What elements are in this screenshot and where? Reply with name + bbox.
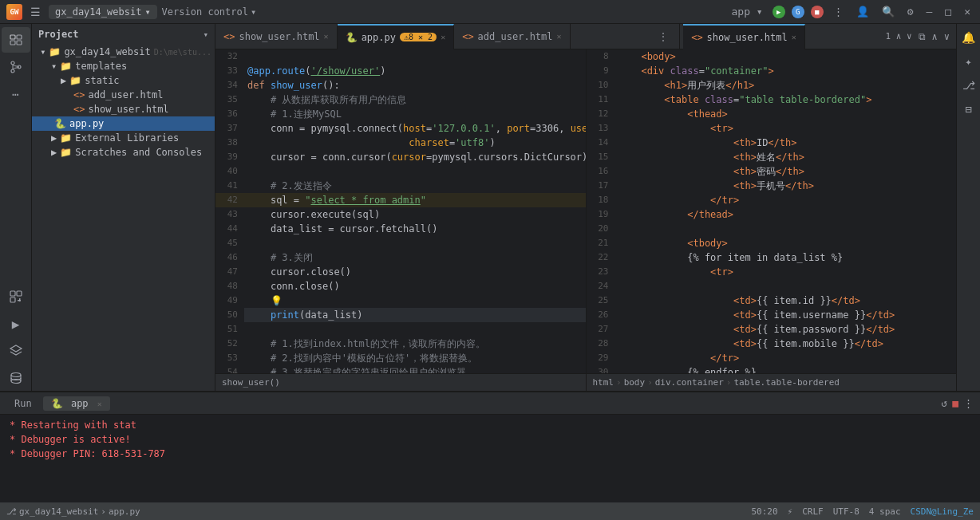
tree-item-templates[interactable]: ▾ 📁 templates — [32, 59, 215, 73]
sidebar-item-db[interactable] — [2, 365, 30, 391]
svg-rect-8 — [17, 291, 22, 296]
py-file-icon: 🐍 — [54, 118, 66, 129]
project-name: gx_day14_websit — [55, 6, 141, 18]
code-line-r15: 15 <th>姓名</th> — [587, 150, 957, 164]
sidebar-item-run[interactable]: ▶ — [2, 311, 30, 337]
sidebar-icons: ⋯ ▶ — [0, 24, 32, 391]
svg-rect-7 — [10, 291, 15, 296]
bottom-tab-close-app[interactable]: ✕ — [97, 400, 102, 408]
split-icon[interactable]: ⧉ — [919, 31, 926, 42]
code-line-r11: 11 <table class="table table-bordered"> — [587, 93, 957, 107]
chevron-up-icon[interactable]: ∧ — [932, 31, 938, 42]
project-selector[interactable]: gx_day14_websit ▾ — [49, 5, 157, 19]
tab-app-py[interactable]: 🐍 app.py ⚠8 ✕ 2 ✕ — [338, 24, 455, 49]
file-tree-panel: Project ▾ ▾ 📁 gx_day14_websit D:\me\stu.… — [32, 24, 215, 391]
status-encoding[interactable]: UTF-8 — [833, 506, 859, 517]
code-line-r28: 28 <td>{{ item.mobile }}</td> — [587, 337, 957, 351]
close-button[interactable]: ✕ — [961, 4, 974, 19]
code-line-44: 44 data_list = cursor.fetchall() — [215, 222, 586, 236]
chevron-down-icon: ▾ — [51, 61, 57, 72]
chevron-down-icon[interactable]: ∨ — [944, 31, 950, 42]
db-rs-icon[interactable]: ⊟ — [958, 99, 979, 120]
ai-icon[interactable]: ✦ — [958, 51, 979, 72]
tab-close-add-user[interactable]: ✕ — [557, 32, 562, 41]
tree-label-scratches: Scratches and Consoles — [75, 147, 202, 158]
tabs-bar-left: <> show_user.html ✕ 🐍 app.py ⚠8 ✕ 2 ✕ <>… — [215, 24, 956, 49]
tab-close-app-py[interactable]: ✕ — [441, 33, 445, 41]
code-line-r13: 13 <tr> — [587, 121, 957, 136]
notifications-icon[interactable]: 🔔 — [958, 27, 979, 48]
bottom-tab-run[interactable]: Run — [6, 396, 40, 411]
file-tree-content: ▾ 📁 gx_day14_websit D:\me\stu... ▾ 📁 tem… — [32, 45, 215, 391]
tab-show-user-html[interactable]: <> show_user.html ✕ — [215, 24, 338, 49]
tab-add-user-html[interactable]: <> add_user.html ✕ — [454, 24, 570, 49]
more-actions[interactable]: ⋮ — [830, 4, 847, 19]
minimize-button[interactable]: – — [923, 4, 936, 19]
tree-item-show-user[interactable]: <> show_user.html — [32, 102, 215, 116]
run-button[interactable]: ▶ — [773, 6, 785, 18]
code-line-39: 39 cursor = conn.cursor(cursor=pymysql.c… — [215, 150, 586, 164]
tab-show-user-html-right[interactable]: <> show_user.html ✕ — [683, 24, 805, 49]
code-line-r19: 19 </thead> — [587, 207, 957, 222]
status-line-endings[interactable]: CRLF — [802, 506, 824, 517]
status-project[interactable]: ⎇ gx_day14_websit › app.py — [6, 506, 140, 517]
stop-button[interactable]: ■ — [811, 6, 824, 18]
code-line-37: 37 conn = pymysql.connect(host='127.0.0.… — [215, 121, 586, 136]
tree-item-scratches[interactable]: ▶ 📁 Scratches and Consoles — [32, 145, 215, 160]
py-icon: 🐍 — [346, 32, 358, 43]
code-editor-right[interactable]: 8 <body> 9 <div class="container"> 10 <h… — [587, 49, 957, 373]
hamburger-menu[interactable]: ☰ — [27, 4, 44, 20]
code-line-32: 32 — [215, 49, 586, 64]
code-line-40: 40 — [215, 164, 586, 179]
tabs-more-button[interactable]: ⋮ — [650, 31, 676, 42]
code-line-45: 45 — [215, 236, 586, 250]
folder-icon: 📁 — [60, 132, 72, 144]
code-line-35: 35 # 从数据库获取所有用户的信息 — [215, 93, 586, 107]
status-watermark: CSDN@Ling_Ze — [911, 506, 974, 517]
tree-item-app-py[interactable]: 🐍 app.py — [32, 116, 215, 131]
git-icon[interactable]: ⎇ — [958, 75, 979, 96]
run-text-3: * Debugger is active! — [10, 434, 131, 445]
tree-item-static[interactable]: ▶ 📁 static — [32, 73, 215, 88]
code-line-54: 54 # 3.将替换完成的字符串返回给用户的浏览器。 — [215, 365, 586, 373]
stop-icon[interactable]: ■ — [952, 397, 958, 409]
sidebar-item-plugins[interactable] — [2, 284, 30, 309]
tree-item-add-user[interactable]: <> add_user.html — [32, 88, 215, 102]
sidebar-item-vcs[interactable] — [2, 54, 30, 80]
user-icon[interactable]: 👤 — [853, 4, 872, 19]
sidebar-item-more[interactable]: ⋯ — [2, 81, 30, 107]
bc-sep2: › — [647, 377, 653, 388]
more-icon[interactable]: ⋮ — [963, 397, 974, 409]
search-icon[interactable]: 🔍 — [879, 4, 898, 19]
status-arrow: › — [101, 506, 106, 517]
sidebar-item-layers[interactable] — [2, 338, 30, 364]
html-icon: <> — [223, 31, 235, 42]
bottom-tab-app[interactable]: 🐍 app ✕ — [43, 396, 110, 411]
tree-label-root: gx_day14_websit — [64, 46, 150, 57]
app-label: app — [732, 6, 750, 18]
code-line-43: 43 cursor.execute(sql) — [215, 207, 586, 222]
tab-close-right[interactable]: ✕ — [792, 33, 796, 41]
settings-icon[interactable]: ⚙ — [904, 4, 917, 19]
code-line-r21: 21 <tbody> — [587, 236, 957, 250]
status-indent[interactable]: 4 spac — [869, 506, 901, 517]
svg-rect-11 — [19, 298, 21, 301]
svg-rect-9 — [10, 297, 15, 302]
sidebar-item-project[interactable] — [2, 27, 30, 53]
restart-icon[interactable]: ↺ — [941, 397, 947, 409]
bc-sep3: › — [726, 377, 732, 388]
app-run-selector[interactable]: app ▾ — [729, 4, 766, 19]
version-control-selector[interactable]: Version control ▾ — [162, 6, 257, 18]
html-file-icon: <> — [73, 104, 85, 115]
file-tree-chevron: ▾ — [203, 30, 208, 40]
bottom-tabs-bar: Run 🐍 app ✕ ↺ ■ ⋮ — [0, 392, 980, 415]
tab-close-show-user[interactable]: ✕ — [324, 32, 329, 41]
code-editor-left[interactable]: 32 33 @app.route('/show/user') 34 def sh… — [215, 49, 586, 373]
status-position[interactable]: 50:20 — [751, 506, 777, 517]
tree-item-root[interactable]: ▾ 📁 gx_day14_websit D:\me\stu... — [32, 45, 215, 59]
editor-status-left: show_user() — [215, 373, 586, 391]
code-line-r16: 16 <th>密码</th> — [587, 164, 957, 179]
maximize-button[interactable]: □ — [942, 4, 954, 19]
tree-item-ext-libs[interactable]: ▶ 📁 External Libraries — [32, 131, 215, 145]
app-logo: GW — [6, 4, 22, 20]
